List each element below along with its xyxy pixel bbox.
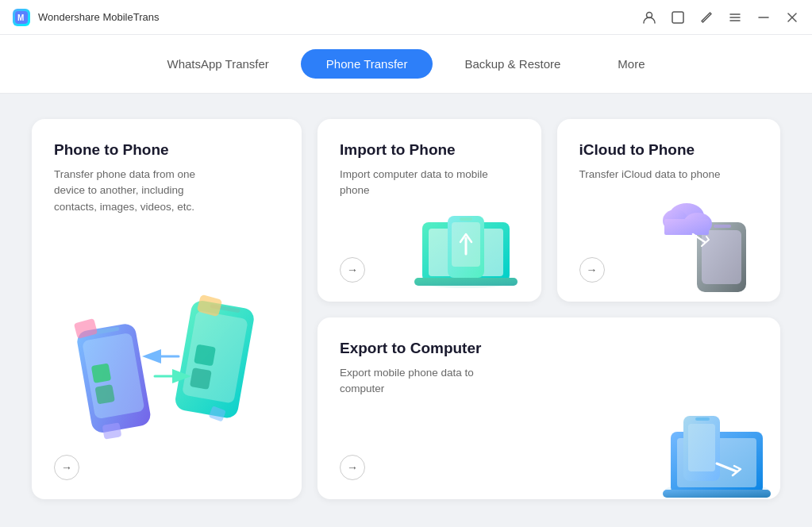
- card-phone-to-phone-arrow[interactable]: →: [54, 455, 79, 480]
- card-import-title: Import to Phone: [340, 141, 519, 159]
- profile-icon[interactable]: [642, 10, 656, 25]
- svg-rect-44: [695, 417, 710, 421]
- svg-rect-27: [414, 278, 518, 286]
- main-content: Phone to Phone Transfer phone data from …: [0, 94, 812, 525]
- svg-rect-14: [94, 384, 114, 404]
- svg-rect-43: [688, 424, 715, 471]
- export-illustration: [637, 380, 772, 491]
- tab-phone-transfer[interactable]: Phone Transfer: [301, 49, 433, 79]
- import-illustration: [391, 175, 533, 294]
- nav-bar: WhatsApp Transfer Phone Transfer Backup …: [0, 35, 812, 94]
- card-import-arrow[interactable]: →: [340, 257, 365, 283]
- card-icloud-title: iCloud to Phone: [579, 141, 759, 159]
- tab-more[interactable]: More: [592, 49, 670, 79]
- minimize-icon[interactable]: [756, 10, 771, 25]
- edit-icon[interactable]: [699, 10, 714, 25]
- app-icon: M: [13, 9, 30, 26]
- icloud-illustration: [629, 175, 772, 294]
- cards-grid: Phone to Phone Transfer phone data from …: [32, 119, 780, 499]
- menu-icon[interactable]: [728, 10, 742, 25]
- svg-text:M: M: [17, 13, 24, 22]
- card-phone-to-phone-desc: Transfer phone data from one device to a…: [54, 167, 213, 215]
- svg-rect-33: [714, 225, 731, 228]
- card-icloud-arrow[interactable]: →: [579, 257, 605, 283]
- tab-whatsapp-transfer[interactable]: WhatsApp Transfer: [141, 49, 294, 79]
- app-title: Wondershare MobileTrans: [38, 11, 159, 23]
- card-export-desc: Export mobile phone data to computer: [340, 365, 498, 398]
- svg-rect-21: [102, 422, 122, 440]
- title-bar-controls: [642, 10, 799, 25]
- phone-to-phone-illustration: [32, 285, 302, 460]
- svg-rect-30: [460, 217, 472, 221]
- tab-backup-restore[interactable]: Backup & Restore: [439, 49, 586, 79]
- svg-rect-41: [663, 490, 771, 498]
- svg-rect-18: [194, 344, 216, 367]
- close-icon[interactable]: [785, 10, 799, 25]
- svg-rect-13: [91, 363, 111, 383]
- card-phone-to-phone[interactable]: Phone to Phone Transfer phone data from …: [32, 119, 302, 499]
- card-icloud-to-phone[interactable]: iCloud to Phone Transfer iCloud data to …: [557, 119, 781, 302]
- svg-rect-19: [190, 367, 212, 390]
- card-export-to-computer[interactable]: Export to Computer Export mobile phone d…: [317, 317, 780, 500]
- svg-rect-37: [664, 219, 709, 235]
- card-export-arrow[interactable]: →: [340, 455, 365, 480]
- title-bar-left: M Wondershare MobileTrans: [13, 9, 159, 26]
- card-import-to-phone[interactable]: Import to Phone Import computer data to …: [317, 119, 541, 302]
- card-phone-to-phone-title: Phone to Phone: [54, 141, 279, 159]
- svg-rect-3: [672, 12, 683, 23]
- window-icon[interactable]: [671, 10, 685, 25]
- title-bar: M Wondershare MobileTrans: [0, 0, 812, 35]
- card-export-title: Export to Computer: [340, 340, 758, 357]
